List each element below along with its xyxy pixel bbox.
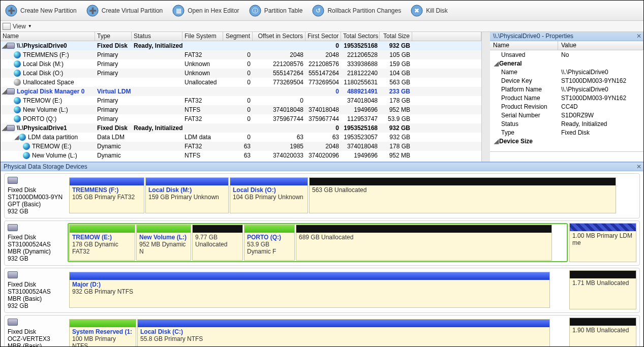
column-header[interactable]: Type xyxy=(95,32,132,41)
property-row: Product NameST1000DM003-9YN162 xyxy=(490,93,643,102)
cell: 1985 xyxy=(253,143,305,150)
close-icon[interactable]: ✕ xyxy=(636,33,641,40)
tree-row[interactable]: ◢LDM data partitionData LDMLDM data06363… xyxy=(1,133,481,142)
cell: 374018048 xyxy=(253,106,305,113)
row-name: TREMMENS (F:) xyxy=(23,51,69,58)
tree-scrollbar[interactable] xyxy=(482,32,490,162)
column-header[interactable]: First Sector xyxy=(305,32,341,41)
partition-icon xyxy=(23,143,30,150)
tree-row[interactable]: ◢\\.\PhysicalDrive0Fixed DiskReady, Init… xyxy=(1,41,481,50)
property-row: TypeFixed Disk xyxy=(490,128,643,137)
cell: 932 GB xyxy=(380,42,412,49)
toolbar-icon: ⓘ xyxy=(249,4,262,17)
expander-icon[interactable]: ◢ xyxy=(2,88,7,95)
cell: 221208576 xyxy=(305,60,341,68)
partition-bar xyxy=(570,224,636,231)
cell: 104 GB xyxy=(380,70,412,77)
property-value: Fixed Disk xyxy=(558,129,643,136)
disk-row[interactable]: Fixed DiskOCZ-VERTEX3MBR (Basic)55.9 GBS… xyxy=(4,315,640,346)
tree-row[interactable]: Local Disk (O:)PrimaryUnknown05551472645… xyxy=(1,69,481,78)
tree-row[interactable]: Unallocated SpaceUnallocated077326950477… xyxy=(1,78,481,87)
tree-row[interactable]: Local Disk (M:)PrimaryUnknown02212085762… xyxy=(1,59,481,69)
partition-info: 952 MB Dynamic N xyxy=(139,241,188,255)
partition-block[interactable]: Local Disk (M:)159 GB Primary Unknown xyxy=(145,177,229,213)
cell: Dynamic xyxy=(95,152,132,159)
create-virtual-partition-button[interactable]: ➕Create Virtual Partition xyxy=(86,4,163,17)
cell: 63 xyxy=(223,152,253,159)
cell: 932 GB xyxy=(380,134,412,141)
row-name: PORTO (Q:) xyxy=(23,115,56,122)
tree-row[interactable]: TREMOW (E:)PrimaryFAT3200374018048178 GB xyxy=(1,96,481,105)
column-header[interactable]: Name xyxy=(1,32,95,41)
tree-row[interactable]: New Volume (L:)PrimaryNTFS03740180483740… xyxy=(1,105,481,114)
cell: 0 xyxy=(223,106,253,113)
partition-block[interactable]: 1.90 MB Unallocated xyxy=(569,318,636,346)
expander-icon[interactable]: ◢ xyxy=(2,124,7,132)
partition-tree[interactable]: NameTypeStatusFile SystemSegmentOffset i… xyxy=(1,32,482,162)
tree-row[interactable]: TREMMENS (F:)PrimaryFAT32020482048221206… xyxy=(1,50,481,59)
partition-info: 1.71 MB Unallocated xyxy=(572,279,633,287)
cell: Data LDM xyxy=(95,134,132,141)
partition-block[interactable]: 689 GB Unallocated xyxy=(296,225,552,261)
partition-info: 1.90 MB Unallocated xyxy=(572,327,633,334)
tree-row[interactable]: ◢Logical Disk Manager 0Virtual LDM048892… xyxy=(1,87,481,96)
tree-row[interactable]: PORTO (Q:)PrimaryFAT32037596774437596774… xyxy=(1,114,481,123)
column-header[interactable]: Status xyxy=(132,32,182,41)
disk-row[interactable]: Fixed DiskST1000DM003-9YNGPT (Basic)932 … xyxy=(4,173,640,218)
partition-table-button[interactable]: ⓘPartition Table xyxy=(249,4,303,17)
cell: 0 xyxy=(223,51,253,58)
column-header[interactable]: File System xyxy=(182,32,223,41)
cell: Primary xyxy=(95,97,132,104)
storage-devices-panel[interactable]: Fixed DiskST1000DM003-9YNGPT (Basic)932 … xyxy=(1,171,643,346)
partition-title: PORTO (Q:) xyxy=(247,234,292,241)
property-name: Serial Number xyxy=(490,112,558,119)
tree-row[interactable]: New Volume (L:)DynamicNTFS63374020033374… xyxy=(1,151,481,160)
expander-icon[interactable]: ◢ xyxy=(494,60,499,67)
cell: 1180255631 xyxy=(341,79,380,86)
partition-block[interactable]: PORTO (Q:)53.9 GB Dynamic F xyxy=(244,225,295,261)
toolbar-label: Create Virtual Partition xyxy=(102,7,163,14)
partition-block[interactable]: 563 GB Unallocated xyxy=(309,177,616,213)
partition-block[interactable]: TREMMENS (F:)105 GB Primary FAT32 xyxy=(69,177,144,213)
partition-block[interactable]: Local Disk (C:)55.8 GB Primary NTFS xyxy=(137,319,550,346)
partition-block[interactable]: Major (D:)932 GB Primary NTFS xyxy=(69,272,550,308)
expander-icon[interactable]: ◢ xyxy=(494,138,499,145)
close-icon[interactable]: ✕ xyxy=(636,163,641,170)
disk-row[interactable]: Fixed DiskST31000524ASMBR (Dynamic)932 G… xyxy=(4,220,640,266)
expander-icon[interactable]: ◢ xyxy=(14,134,19,141)
partition-block[interactable]: 1.00 MB Primary LDM me xyxy=(569,223,636,262)
property-value: \\.\PhysicalDrive0 xyxy=(558,69,643,76)
partition-block[interactable]: TREMOW (E:)178 GB Dynamic FAT32 xyxy=(69,225,135,261)
tree-row[interactable]: ◢\\.\PhysicalDrive1Fixed DiskReady, Init… xyxy=(1,123,481,133)
partition-map: System Reserved (1:100 MB Primary NTFSLo… xyxy=(68,318,568,346)
create-new-partition-button[interactable]: ➕Create New Partition xyxy=(5,4,77,17)
cell: 374018048 xyxy=(341,97,380,104)
cell: 0 xyxy=(253,97,305,104)
partition-block[interactable]: System Reserved (1:100 MB Primary NTFS xyxy=(69,319,136,346)
partition-block[interactable]: New Volume (L:)952 MB Dynamic N xyxy=(136,225,191,261)
partition-title: Local Disk (O:) xyxy=(233,186,305,194)
view-dropdown[interactable]: View ▼ xyxy=(1,21,643,32)
partition-block[interactable]: 1.71 MB Unallocated xyxy=(569,270,636,309)
column-header[interactable]: Segment xyxy=(223,32,253,41)
partition-block[interactable]: 9.77 GB Unallocated xyxy=(192,225,243,261)
property-row: Product RevisionCC4D xyxy=(490,102,643,111)
column-header[interactable]: Total Size xyxy=(380,32,412,41)
tree-row[interactable]: TREMOW (E:)DynamicFAT3263198520483740180… xyxy=(1,142,481,151)
property-name: Platform Name xyxy=(490,86,558,93)
disk-row[interactable]: Fixed DiskST31000524ASMBR (Basic)932 GBM… xyxy=(4,268,640,313)
storage-devices-label: Physical Data Storage Devices xyxy=(4,163,87,170)
column-header[interactable]: Total Sectors xyxy=(341,32,380,41)
partition-bar xyxy=(70,320,136,327)
kill-disk-button[interactable]: ✖Kill Disk xyxy=(410,4,448,17)
cell: 0 xyxy=(223,97,253,104)
properties-title-text: \\.\PhysicalDrive0 - Properties xyxy=(493,33,573,40)
partition-block[interactable]: Local Disk (O:)104 GB Primary Unknown xyxy=(230,177,308,213)
open-hex-editor-button[interactable]: ▦Open in Hex Editor xyxy=(172,4,239,17)
cell: 112953747 xyxy=(341,115,380,122)
cell: 218122240 xyxy=(341,70,380,77)
expander-icon[interactable]: ◢ xyxy=(2,42,7,49)
rollback-changes-button[interactable]: ↺Rollback Partition Changes xyxy=(312,4,401,17)
cell: 374020096 xyxy=(305,152,341,159)
column-header[interactable]: Offset in Sectors xyxy=(253,32,305,41)
